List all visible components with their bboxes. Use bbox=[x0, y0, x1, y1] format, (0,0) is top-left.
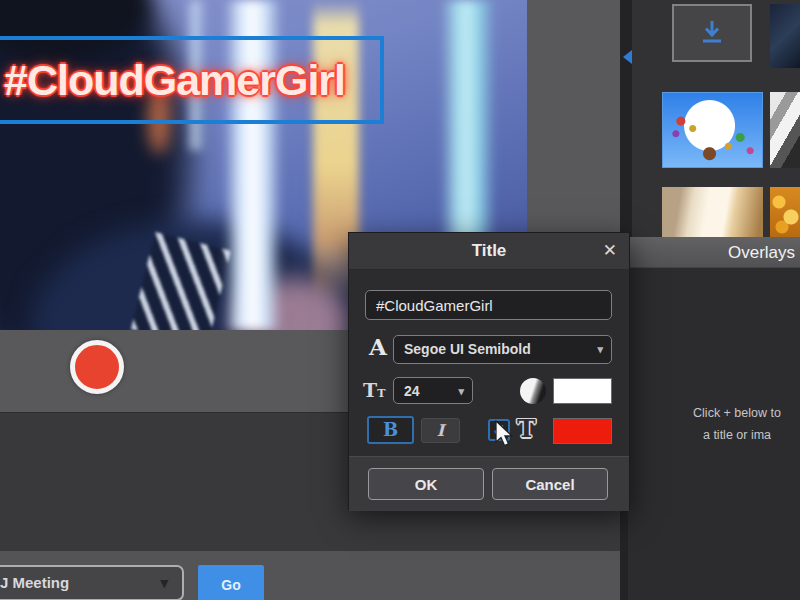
chevron-down-icon: ▾ bbox=[597, 336, 603, 363]
go-button[interactable]: Go bbox=[198, 565, 264, 600]
font-size-value: 24 bbox=[404, 383, 420, 399]
bold-button[interactable]: B bbox=[367, 416, 414, 444]
collapse-panel-icon[interactable] bbox=[623, 50, 632, 64]
overlays-header[interactable]: Overlays bbox=[628, 237, 800, 268]
cancel-button[interactable]: Cancel bbox=[492, 468, 608, 500]
font-icon: A bbox=[369, 333, 387, 360]
download-overlay-button[interactable] bbox=[672, 4, 752, 62]
chevron-down-icon: ▾ bbox=[458, 378, 464, 405]
thumbnail-interior[interactable] bbox=[662, 187, 763, 237]
thumbnail-flowers[interactable] bbox=[770, 187, 800, 237]
dialog-title: Title bbox=[349, 241, 629, 261]
outline-color-swatch[interactable] bbox=[553, 418, 612, 444]
overlays-list-empty: Click + below to a title or ima bbox=[628, 268, 800, 600]
thumbnail-balloons[interactable] bbox=[662, 92, 763, 168]
bottom-bar: J Meeting ▾ Go bbox=[0, 550, 620, 600]
overlays-header-label: Overlays bbox=[728, 243, 795, 262]
record-button[interactable] bbox=[70, 340, 124, 394]
overlays-hint-text: Click + below to a title or ima bbox=[662, 402, 800, 446]
mouse-cursor bbox=[494, 420, 516, 450]
italic-button[interactable]: I bbox=[421, 418, 460, 443]
title-text-input[interactable] bbox=[365, 290, 612, 320]
close-icon[interactable]: ✕ bbox=[603, 240, 617, 261]
overlays-panel: Overlays Click + below to a title or ima bbox=[620, 0, 800, 600]
outline-style-icon: T bbox=[517, 414, 536, 443]
thumbnail-dark-scene[interactable] bbox=[770, 4, 800, 68]
font-size-dropdown[interactable]: 24 ▾ bbox=[393, 377, 473, 404]
thumbnail-blackwhite[interactable] bbox=[770, 92, 800, 168]
dialog-titlebar[interactable]: Title ✕ bbox=[349, 233, 629, 270]
meeting-dropdown-label: J Meeting bbox=[0, 574, 69, 591]
title-dialog: Title ✕ A Segoe UI Semibold ▾ TT 24 ▾ B … bbox=[348, 232, 630, 510]
download-icon bbox=[697, 19, 727, 47]
opacity-icon bbox=[520, 378, 546, 404]
font-family-dropdown[interactable]: Segoe UI Semibold ▾ bbox=[393, 335, 612, 364]
ok-button[interactable]: OK bbox=[368, 468, 484, 500]
meeting-dropdown[interactable]: J Meeting ▾ bbox=[0, 565, 184, 600]
text-color-swatch[interactable] bbox=[553, 378, 612, 404]
font-family-value: Segoe UI Semibold bbox=[404, 341, 531, 357]
font-size-icon: TT bbox=[363, 379, 385, 401]
chevron-down-icon: ▾ bbox=[160, 567, 168, 599]
title-overlay-selection[interactable]: #CloudGamerGirl bbox=[0, 36, 384, 124]
dialog-footer: OK Cancel bbox=[349, 456, 629, 511]
app-window: #CloudGamerGirl J Meeting ▾ Go O bbox=[0, 0, 800, 600]
title-overlay-text[interactable]: #CloudGamerGirl bbox=[4, 56, 345, 105]
